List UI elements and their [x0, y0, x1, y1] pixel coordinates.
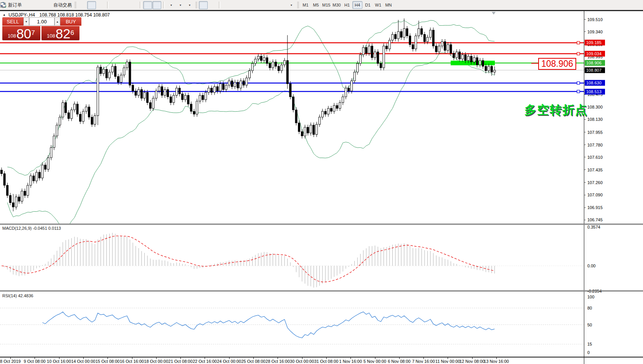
bar-chart-button[interactable]	[78, 1, 87, 9]
chat-icon[interactable]	[0, 2, 6, 8]
volume-input[interactable]: 1.00	[29, 17, 55, 26]
sell-price-button[interactable]: 108 80 7	[2, 26, 40, 40]
chevron-down-icon: ▾	[180, 3, 181, 7]
candlestick-chart-button[interactable]	[87, 1, 96, 9]
fibonacci-tool[interactable]: F	[259, 1, 268, 9]
horizontal-line-tool[interactable]	[231, 1, 240, 9]
price-level-label: 108.807	[585, 67, 605, 73]
time-axis-label: 12 Nov 08:00	[460, 359, 484, 364]
volume-decrease-button[interactable]: ▼	[23, 17, 29, 26]
toolbar-grip[interactable]	[195, 2, 197, 8]
timeframe-w1[interactable]: W1	[373, 1, 383, 9]
time-axis-label: 6 Nov 08:00	[388, 359, 410, 364]
timeframe-m30[interactable]: M30	[332, 1, 342, 9]
buy-button[interactable]: BUY	[60, 17, 81, 26]
signals-button[interactable]	[42, 1, 51, 9]
templates-button[interactable]: ▾	[185, 1, 194, 9]
zoom-out-button[interactable]	[120, 1, 129, 9]
zoom-in-button[interactable]	[111, 1, 119, 9]
rsi-label: RSI(14) 42.4836	[2, 293, 33, 298]
time-axis-label: 10 Oct 16:00	[47, 359, 71, 364]
mt4-window: 新订单 自动交易	[0, 0, 643, 364]
arrows-tool[interactable]: ▾	[287, 1, 296, 9]
collapse-panel-icon[interactable]: ▲	[3, 13, 6, 16]
auto-scroll-button[interactable]	[143, 1, 152, 9]
price-level-label: 109.185	[585, 40, 605, 46]
crosshair-button[interactable]	[208, 1, 217, 9]
vertical-line-tool[interactable]	[222, 1, 231, 9]
chevron-down-icon: ▾	[291, 3, 292, 7]
time-axis-label: 11 Nov 00:00	[435, 359, 460, 364]
line-chart-button[interactable]	[96, 1, 105, 9]
volume-increase-button[interactable]: ▲	[55, 17, 60, 26]
sell-price-main: 80	[17, 27, 31, 40]
toolbar-grip[interactable]	[74, 2, 76, 8]
timeframe-m5[interactable]: M5	[311, 1, 321, 9]
sell-button[interactable]: SELL	[2, 17, 23, 26]
time-axis-label: 13 Nov 16:00	[484, 359, 509, 364]
text-tool[interactable]: A	[268, 1, 277, 9]
panel-separator[interactable]	[0, 224, 643, 225]
price-annotation-box[interactable]: 108.906	[538, 58, 576, 70]
price-level-label: 109.034	[585, 51, 605, 57]
history-center-button[interactable]	[23, 1, 32, 9]
ohlc-values: 108.768 108.818 108.754 108.807	[40, 12, 110, 18]
sell-price-sup: 7	[31, 26, 35, 40]
buy-price-prefix: 108	[47, 32, 55, 40]
tile-windows-button[interactable]	[129, 1, 138, 9]
timeframe-m15[interactable]: M15	[321, 1, 331, 9]
time-axis-label: 24 Oct 00:00	[217, 359, 241, 364]
macd-label: MACD(12,26,9) -0.0451 0.0113	[2, 226, 61, 231]
time-axis-label: 15 Oct 08:00	[96, 359, 120, 364]
new-order-label: 新订单	[8, 2, 22, 8]
time-axis-label: 22 Oct 16:00	[193, 359, 217, 364]
indicators-button[interactable]: ▾	[167, 1, 175, 9]
rsi-panel-canvas[interactable]	[0, 292, 584, 357]
toolbar-grip[interactable]	[297, 2, 299, 8]
time-axis-label: 16 Oct 16:00	[120, 359, 144, 364]
price-level-label: 108.906	[585, 60, 605, 66]
timeframe-m1[interactable]: M1	[301, 1, 311, 9]
channel-tool[interactable]: E	[250, 1, 259, 9]
chart-shift-button[interactable]	[152, 1, 161, 9]
trendline-tool[interactable]	[241, 1, 250, 9]
chevron-down-icon: ▾	[170, 3, 172, 7]
auto-trading-button[interactable]: 自动交易	[51, 1, 73, 9]
toolbar-separator	[107, 2, 109, 8]
buy-price-sup: 6	[71, 26, 74, 40]
time-axis-label: 25 Oct 08:00	[241, 359, 266, 364]
new-order-button[interactable]: 新订单	[6, 1, 23, 9]
price-level-label: 108.630	[585, 80, 605, 86]
chart-shift-marker[interactable]	[492, 12, 496, 15]
time-axis-label: 14 Oct 00:00	[71, 359, 95, 364]
chevron-down-icon: ▾	[189, 3, 190, 7]
macd-panel-canvas[interactable]	[0, 225, 584, 290]
price-axis[interactable]: 109.510109.340109.165108.995108.820108.6…	[584, 11, 643, 364]
turning-point-annotation[interactable]: 多空转折点	[524, 102, 588, 118]
periods-button[interactable]: ▾	[176, 1, 185, 9]
time-axis-label: 5 Nov 00:00	[364, 359, 386, 364]
toolbar-separator	[140, 2, 141, 8]
chart-title: ▲ USDJPY-,H4 108.768 108.818 108.754 108…	[3, 12, 110, 18]
text-label-tool[interactable]: T	[278, 1, 286, 9]
time-axis-label: 7 Nov 16:00	[412, 359, 435, 364]
time-axis-label: 1 Nov 16:00	[339, 359, 362, 364]
time-axis[interactable]: 8 Oct 20199 Oct 08:0010 Oct 16:0014 Oct …	[0, 357, 643, 364]
time-axis-label: 31 Oct 08:00	[314, 359, 338, 364]
main-chart-canvas[interactable]	[0, 11, 584, 224]
timeframe-h4[interactable]: H4	[352, 1, 362, 9]
timeframe-h1[interactable]: H1	[342, 1, 352, 9]
buy-price-button[interactable]: 108 82 6	[41, 26, 79, 40]
toolbar-separator	[219, 2, 220, 8]
price-annotation-tick	[531, 63, 538, 64]
sell-price-prefix: 108	[8, 32, 16, 40]
profiles-button[interactable]	[33, 1, 41, 9]
price-level-label: 108.513	[585, 89, 605, 94]
cursor-button[interactable]	[199, 1, 208, 9]
time-axis-label: 18 Oct 00:00	[144, 359, 168, 364]
symbol-period-label: USDJPY-,H4	[8, 12, 35, 18]
timeframe-d1[interactable]: D1	[363, 1, 373, 9]
auto-trading-label: 自动交易	[53, 2, 72, 8]
timeframe-mn[interactable]: MN	[383, 1, 393, 9]
panel-separator[interactable]	[0, 290, 643, 292]
